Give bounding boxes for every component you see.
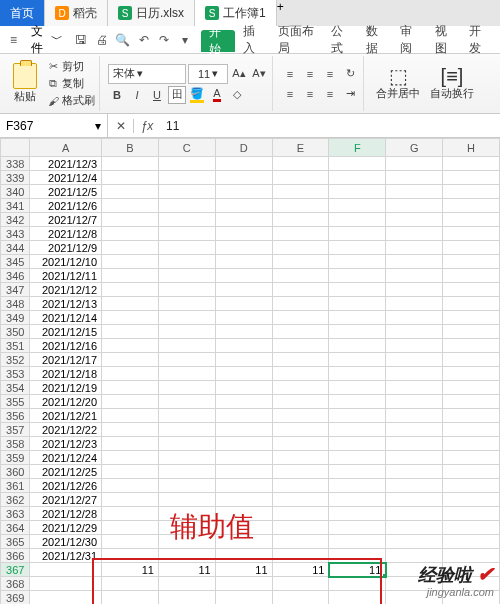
cell[interactable]: 2021/12/6 bbox=[30, 199, 102, 213]
cell[interactable] bbox=[329, 479, 386, 493]
merge-center-button[interactable]: ⬚合并居中 bbox=[372, 66, 424, 101]
cell[interactable] bbox=[443, 199, 500, 213]
cell[interactable]: 11 bbox=[272, 563, 329, 577]
cell[interactable]: 11 bbox=[329, 563, 386, 577]
cell[interactable] bbox=[329, 409, 386, 423]
cell[interactable] bbox=[215, 423, 272, 437]
cell[interactable] bbox=[329, 311, 386, 325]
cell[interactable] bbox=[443, 479, 500, 493]
underline-button[interactable]: U bbox=[148, 86, 166, 104]
cell[interactable] bbox=[215, 255, 272, 269]
cell[interactable]: 2021/12/17 bbox=[30, 353, 102, 367]
cell[interactable] bbox=[443, 325, 500, 339]
cell[interactable] bbox=[329, 507, 386, 521]
cell[interactable]: 2021/12/28 bbox=[30, 507, 102, 521]
row-header[interactable]: 354 bbox=[1, 381, 30, 395]
row-header[interactable]: 363 bbox=[1, 507, 30, 521]
cell[interactable] bbox=[102, 437, 159, 451]
cell[interactable] bbox=[102, 367, 159, 381]
cell[interactable] bbox=[102, 269, 159, 283]
cell[interactable] bbox=[158, 157, 215, 171]
cell[interactable] bbox=[158, 255, 215, 269]
cell[interactable] bbox=[272, 521, 329, 535]
cell[interactable] bbox=[272, 297, 329, 311]
cell[interactable] bbox=[329, 353, 386, 367]
row-header[interactable]: 340 bbox=[1, 185, 30, 199]
cell[interactable] bbox=[443, 465, 500, 479]
cell[interactable] bbox=[158, 549, 215, 563]
border-button[interactable]: 田 bbox=[168, 86, 186, 104]
cell[interactable] bbox=[102, 227, 159, 241]
cell[interactable] bbox=[102, 409, 159, 423]
cell[interactable] bbox=[272, 479, 329, 493]
cell[interactable] bbox=[102, 255, 159, 269]
align-middle-icon[interactable]: ≡ bbox=[301, 65, 319, 83]
cell[interactable]: 2021/12/12 bbox=[30, 283, 102, 297]
cell[interactable] bbox=[158, 493, 215, 507]
cell[interactable] bbox=[272, 255, 329, 269]
cell[interactable] bbox=[443, 353, 500, 367]
cell[interactable] bbox=[158, 465, 215, 479]
cell[interactable] bbox=[329, 437, 386, 451]
cell[interactable] bbox=[386, 535, 443, 549]
row-header[interactable]: 355 bbox=[1, 395, 30, 409]
cell[interactable] bbox=[329, 465, 386, 479]
wrap-text-button[interactable]: [≡]自动换行 bbox=[426, 66, 478, 101]
cell[interactable] bbox=[443, 283, 500, 297]
cell[interactable] bbox=[386, 507, 443, 521]
ribbon-tab-view[interactable]: 视图 bbox=[427, 26, 462, 54]
orientation-icon[interactable]: ↻ bbox=[341, 65, 359, 83]
row-header[interactable]: 344 bbox=[1, 241, 30, 255]
align-bottom-icon[interactable]: ≡ bbox=[321, 65, 339, 83]
cell[interactable] bbox=[443, 549, 500, 563]
cell[interactable] bbox=[30, 577, 102, 591]
cell[interactable] bbox=[443, 171, 500, 185]
row-header[interactable]: 348 bbox=[1, 297, 30, 311]
cell[interactable] bbox=[215, 549, 272, 563]
row-header[interactable]: 369 bbox=[1, 591, 30, 605]
cell[interactable] bbox=[102, 521, 159, 535]
cell[interactable]: 2021/12/29 bbox=[30, 521, 102, 535]
cell[interactable] bbox=[102, 339, 159, 353]
ribbon-tab-review[interactable]: 审阅 bbox=[392, 26, 427, 54]
cell[interactable] bbox=[272, 465, 329, 479]
increase-font-icon[interactable]: A▴ bbox=[230, 65, 248, 83]
cell[interactable] bbox=[215, 381, 272, 395]
cell[interactable] bbox=[386, 171, 443, 185]
cut-button[interactable]: ✂剪切 bbox=[46, 59, 95, 74]
cell[interactable]: 11 bbox=[215, 563, 272, 577]
cell[interactable] bbox=[102, 353, 159, 367]
cell[interactable] bbox=[215, 171, 272, 185]
cell[interactable] bbox=[386, 185, 443, 199]
col-header-G[interactable]: G bbox=[386, 139, 443, 157]
cell[interactable] bbox=[329, 283, 386, 297]
cell[interactable] bbox=[329, 157, 386, 171]
cell[interactable] bbox=[272, 213, 329, 227]
cell[interactable] bbox=[30, 591, 102, 605]
cell[interactable] bbox=[272, 339, 329, 353]
cell[interactable] bbox=[272, 577, 329, 591]
cell[interactable] bbox=[158, 367, 215, 381]
cell[interactable] bbox=[158, 409, 215, 423]
cell[interactable] bbox=[215, 297, 272, 311]
cell[interactable]: 2021/12/13 bbox=[30, 297, 102, 311]
cell[interactable] bbox=[272, 269, 329, 283]
cell[interactable] bbox=[102, 535, 159, 549]
align-right-icon[interactable]: ≡ bbox=[321, 85, 339, 103]
font-size-select[interactable]: 11▾ bbox=[188, 64, 228, 84]
bold-button[interactable]: B bbox=[108, 86, 126, 104]
cell[interactable] bbox=[443, 409, 500, 423]
cell[interactable] bbox=[158, 437, 215, 451]
cell[interactable] bbox=[102, 423, 159, 437]
select-all-corner[interactable] bbox=[1, 139, 30, 157]
cell[interactable] bbox=[102, 157, 159, 171]
row-header[interactable]: 359 bbox=[1, 451, 30, 465]
cell[interactable] bbox=[329, 423, 386, 437]
cell[interactable] bbox=[272, 549, 329, 563]
cell[interactable] bbox=[386, 157, 443, 171]
cell[interactable] bbox=[386, 227, 443, 241]
cell[interactable] bbox=[272, 367, 329, 381]
formula-input[interactable]: 11 bbox=[160, 119, 500, 133]
cell[interactable] bbox=[386, 493, 443, 507]
row-header[interactable]: 339 bbox=[1, 171, 30, 185]
